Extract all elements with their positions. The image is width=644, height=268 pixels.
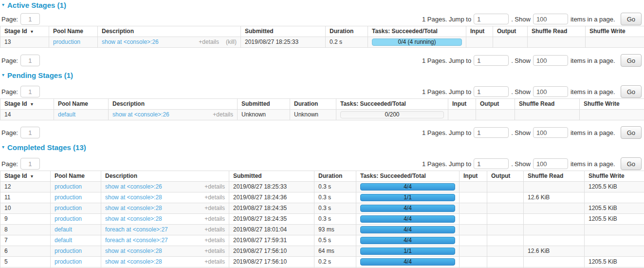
column-header[interactable]: Pool Name — [54, 99, 109, 110]
description-link[interactable]: foreach at <console>:27 — [105, 237, 168, 244]
column-header[interactable]: Pool Name — [49, 26, 98, 37]
description-link[interactable]: show at <console>:28 — [105, 194, 162, 201]
jump-to-page-input[interactable] — [474, 55, 509, 66]
details-toggle[interactable]: +details — [204, 248, 225, 255]
details-toggle[interactable]: +details — [204, 205, 225, 212]
page-size-input[interactable] — [533, 55, 568, 66]
details-toggle[interactable]: +details — [204, 226, 225, 233]
column-header[interactable]: Shuffle Write — [585, 171, 644, 182]
table-row: 12 production show at <console>:26 +deta… — [0, 182, 644, 192]
section-title-pending[interactable]: ▾ Pending Stages (1) — [0, 71, 644, 79]
pool-name-link[interactable]: default — [55, 237, 72, 244]
details-toggle[interactable]: +details — [199, 38, 219, 46]
go-button[interactable]: Go — [621, 157, 642, 170]
description-link[interactable]: show at <console>:26 — [102, 38, 159, 46]
jump-to-page-input[interactable] — [474, 158, 509, 169]
stage-id-cell: 9 — [0, 214, 51, 225]
description-link[interactable]: show at <console>:26 — [105, 183, 162, 191]
jump-to-page-input[interactable] — [474, 127, 509, 138]
column-header[interactable]: Submitted — [241, 26, 326, 37]
column-header[interactable]: Tasks: Succeeded/Total — [336, 99, 448, 110]
page-number-input[interactable] — [20, 127, 40, 138]
page-size-input[interactable] — [533, 127, 568, 138]
column-header[interactable]: Submitted — [229, 171, 314, 182]
details-toggle[interactable]: +details — [204, 215, 225, 223]
jump-to-page-input[interactable] — [474, 86, 509, 97]
page-size-input[interactable] — [533, 14, 568, 24]
column-header[interactable]: Shuffle Read — [524, 171, 585, 182]
column-header[interactable]: Input — [448, 99, 476, 110]
input-cell — [460, 235, 487, 246]
pool-name-link[interactable]: default — [55, 226, 72, 233]
column-header[interactable]: Output — [487, 171, 524, 182]
column-header[interactable]: Stage Id ▾ — [0, 26, 49, 37]
table-header-row: Stage Id ▾ Pool Name Description Submitt… — [0, 99, 644, 110]
column-header-label: Tasks: Succeeded/Total — [372, 28, 438, 35]
pages-count-text: 1 Pages. Jump to — [422, 57, 471, 64]
submitted-cell: 2019/08/27 17:59:31 — [229, 235, 314, 246]
column-header[interactable]: Description — [101, 171, 229, 182]
pool-name-link[interactable]: production — [53, 38, 80, 45]
column-header[interactable]: Shuffle Read — [515, 99, 580, 110]
page-number-input[interactable] — [20, 13, 40, 25]
page-number-input[interactable] — [20, 86, 40, 97]
pool-name-link[interactable]: production — [55, 248, 82, 254]
column-header[interactable]: Output — [476, 99, 515, 110]
input-cell — [460, 257, 487, 268]
column-header[interactable]: Pool Name — [51, 171, 101, 182]
column-header[interactable]: Duration — [314, 171, 356, 182]
column-header[interactable]: Tasks: Succeeded/Total — [368, 26, 466, 37]
details-toggle[interactable]: +details — [204, 194, 225, 201]
jump-to-page-input[interactable] — [474, 14, 509, 24]
go-button[interactable]: Go — [621, 85, 642, 98]
column-header[interactable]: Shuffle Read — [528, 26, 586, 37]
column-header[interactable]: Duration — [290, 99, 336, 110]
description-link[interactable]: show at <console>:28 — [105, 205, 162, 212]
column-header-label: Stage Id — [4, 172, 27, 179]
details-toggle[interactable]: +details — [204, 183, 225, 191]
column-header[interactable]: Stage Id ▾ — [0, 171, 51, 182]
column-header[interactable]: Output — [493, 26, 528, 37]
column-header[interactable]: Duration — [326, 26, 368, 37]
section-title-active[interactable]: ▾ Active Stages (1) — [0, 1, 644, 9]
output-cell — [487, 235, 524, 246]
go-button[interactable]: Go — [621, 126, 642, 139]
column-header[interactable]: Stage Id ▾ — [0, 99, 54, 110]
pool-name-link[interactable]: production — [55, 183, 82, 190]
section-title-completed[interactable]: ▾ Completed Stages (13) — [0, 143, 644, 151]
go-button[interactable]: Go — [621, 13, 642, 25]
go-button[interactable]: Go — [621, 54, 642, 67]
description-link[interactable]: foreach at <console>:27 — [105, 226, 168, 233]
tasks-progress-bar: 4/4 — [360, 237, 455, 244]
pool-name-link[interactable]: default — [58, 111, 75, 118]
pool-name-link[interactable]: production — [55, 205, 82, 211]
pool-name-link[interactable]: production — [55, 258, 82, 265]
column-header[interactable]: Description — [109, 99, 238, 110]
column-header[interactable]: Shuffle Write — [586, 26, 644, 37]
details-toggle[interactable]: +details — [204, 258, 225, 266]
page-size-input[interactable] — [533, 158, 568, 169]
description-link[interactable]: show at <console>:28 — [105, 215, 162, 223]
description-link[interactable]: show at <console>:28 — [105, 248, 162, 255]
pool-name-link[interactable]: production — [55, 194, 82, 201]
page-number-input[interactable] — [20, 158, 40, 170]
description-link[interactable]: show at <console>:26 — [112, 111, 169, 118]
column-header[interactable]: Submitted — [238, 99, 290, 110]
tasks-progress-bar: 4/4 — [360, 258, 455, 266]
pool-name-cell: production — [51, 257, 101, 268]
details-toggle[interactable]: +details — [204, 237, 225, 244]
column-header[interactable]: Input — [466, 26, 493, 37]
output-cell — [487, 225, 524, 235]
shuffle-write-cell — [585, 246, 644, 257]
page-number-input[interactable] — [20, 55, 40, 66]
details-toggle[interactable]: +details — [213, 111, 233, 118]
kill-link[interactable]: (kill) — [226, 38, 237, 46]
column-header[interactable]: Tasks: Succeeded/Total — [356, 171, 460, 182]
column-header[interactable]: Input — [460, 171, 487, 182]
description-link[interactable]: show at <console>:28 — [105, 258, 162, 266]
items-per-page-label: items in a page. — [570, 160, 615, 168]
pool-name-link[interactable]: production — [55, 215, 82, 222]
column-header[interactable]: Description — [98, 26, 241, 37]
column-header[interactable]: Shuffle Write — [580, 99, 644, 110]
page-size-input[interactable] — [533, 86, 568, 97]
